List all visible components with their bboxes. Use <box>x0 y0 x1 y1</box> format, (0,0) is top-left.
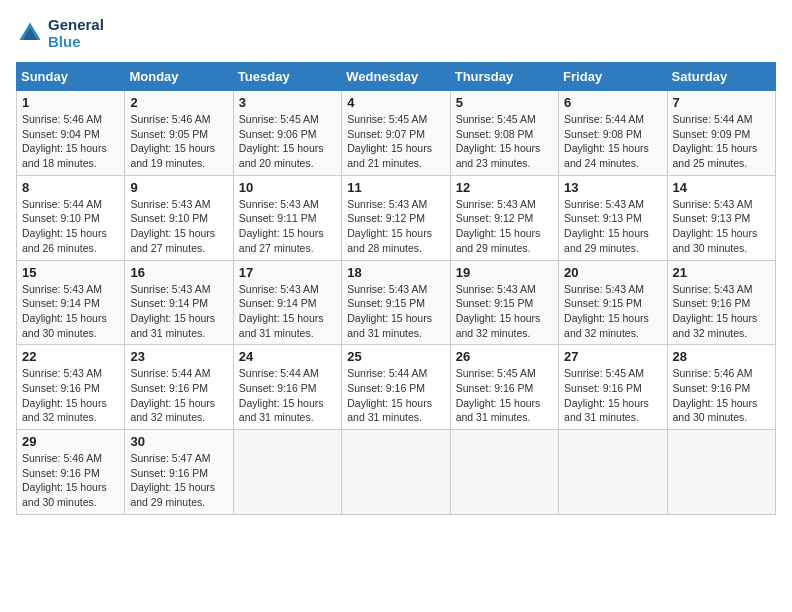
day-detail: Sunrise: 5:43 AMSunset: 9:11 PMDaylight:… <box>239 197 336 256</box>
calendar-cell: 26 Sunrise: 5:45 AMSunset: 9:16 PMDaylig… <box>450 345 558 430</box>
day-detail: Sunrise: 5:46 AMSunset: 9:16 PMDaylight:… <box>673 366 770 425</box>
day-number: 23 <box>130 349 227 364</box>
weekday-header-friday: Friday <box>559 63 667 91</box>
calendar-cell: 15 Sunrise: 5:43 AMSunset: 9:14 PMDaylig… <box>17 260 125 345</box>
calendar-cell <box>667 430 775 515</box>
day-detail: Sunrise: 5:44 AMSunset: 9:10 PMDaylight:… <box>22 197 119 256</box>
calendar-cell: 20 Sunrise: 5:43 AMSunset: 9:15 PMDaylig… <box>559 260 667 345</box>
calendar-cell: 2 Sunrise: 5:46 AMSunset: 9:05 PMDayligh… <box>125 91 233 176</box>
day-number: 22 <box>22 349 119 364</box>
calendar-cell: 29 Sunrise: 5:46 AMSunset: 9:16 PMDaylig… <box>17 430 125 515</box>
day-number: 14 <box>673 180 770 195</box>
calendar-cell: 24 Sunrise: 5:44 AMSunset: 9:16 PMDaylig… <box>233 345 341 430</box>
day-detail: Sunrise: 5:43 AMSunset: 9:16 PMDaylight:… <box>673 282 770 341</box>
calendar-cell: 18 Sunrise: 5:43 AMSunset: 9:15 PMDaylig… <box>342 260 450 345</box>
day-detail: Sunrise: 5:45 AMSunset: 9:07 PMDaylight:… <box>347 112 444 171</box>
calendar-cell: 21 Sunrise: 5:43 AMSunset: 9:16 PMDaylig… <box>667 260 775 345</box>
day-detail: Sunrise: 5:44 AMSunset: 9:16 PMDaylight:… <box>130 366 227 425</box>
calendar-table: SundayMondayTuesdayWednesdayThursdayFrid… <box>16 62 776 515</box>
day-number: 16 <box>130 265 227 280</box>
day-detail: Sunrise: 5:43 AMSunset: 9:10 PMDaylight:… <box>130 197 227 256</box>
weekday-header-sunday: Sunday <box>17 63 125 91</box>
day-number: 5 <box>456 95 553 110</box>
week-row-3: 15 Sunrise: 5:43 AMSunset: 9:14 PMDaylig… <box>17 260 776 345</box>
day-number: 4 <box>347 95 444 110</box>
calendar-cell: 6 Sunrise: 5:44 AMSunset: 9:08 PMDayligh… <box>559 91 667 176</box>
day-detail: Sunrise: 5:43 AMSunset: 9:13 PMDaylight:… <box>673 197 770 256</box>
calendar-cell: 12 Sunrise: 5:43 AMSunset: 9:12 PMDaylig… <box>450 175 558 260</box>
day-detail: Sunrise: 5:46 AMSunset: 9:04 PMDaylight:… <box>22 112 119 171</box>
weekday-header-row: SundayMondayTuesdayWednesdayThursdayFrid… <box>17 63 776 91</box>
day-number: 26 <box>456 349 553 364</box>
day-detail: Sunrise: 5:44 AMSunset: 9:08 PMDaylight:… <box>564 112 661 171</box>
day-detail: Sunrise: 5:43 AMSunset: 9:12 PMDaylight:… <box>456 197 553 256</box>
day-number: 7 <box>673 95 770 110</box>
day-number: 27 <box>564 349 661 364</box>
calendar-cell <box>342 430 450 515</box>
calendar-cell <box>233 430 341 515</box>
calendar-cell: 3 Sunrise: 5:45 AMSunset: 9:06 PMDayligh… <box>233 91 341 176</box>
day-number: 28 <box>673 349 770 364</box>
weekday-header-tuesday: Tuesday <box>233 63 341 91</box>
day-detail: Sunrise: 5:43 AMSunset: 9:15 PMDaylight:… <box>564 282 661 341</box>
calendar-cell: 27 Sunrise: 5:45 AMSunset: 9:16 PMDaylig… <box>559 345 667 430</box>
day-detail: Sunrise: 5:45 AMSunset: 9:08 PMDaylight:… <box>456 112 553 171</box>
day-number: 13 <box>564 180 661 195</box>
day-detail: Sunrise: 5:44 AMSunset: 9:16 PMDaylight:… <box>239 366 336 425</box>
day-detail: Sunrise: 5:44 AMSunset: 9:16 PMDaylight:… <box>347 366 444 425</box>
calendar-cell: 9 Sunrise: 5:43 AMSunset: 9:10 PMDayligh… <box>125 175 233 260</box>
calendar-cell: 25 Sunrise: 5:44 AMSunset: 9:16 PMDaylig… <box>342 345 450 430</box>
calendar-cell: 11 Sunrise: 5:43 AMSunset: 9:12 PMDaylig… <box>342 175 450 260</box>
calendar-cell: 4 Sunrise: 5:45 AMSunset: 9:07 PMDayligh… <box>342 91 450 176</box>
day-detail: Sunrise: 5:43 AMSunset: 9:14 PMDaylight:… <box>130 282 227 341</box>
calendar-cell: 28 Sunrise: 5:46 AMSunset: 9:16 PMDaylig… <box>667 345 775 430</box>
day-detail: Sunrise: 5:43 AMSunset: 9:16 PMDaylight:… <box>22 366 119 425</box>
calendar-cell: 5 Sunrise: 5:45 AMSunset: 9:08 PMDayligh… <box>450 91 558 176</box>
weekday-header-thursday: Thursday <box>450 63 558 91</box>
day-detail: Sunrise: 5:43 AMSunset: 9:15 PMDaylight:… <box>347 282 444 341</box>
weekday-header-wednesday: Wednesday <box>342 63 450 91</box>
week-row-5: 29 Sunrise: 5:46 AMSunset: 9:16 PMDaylig… <box>17 430 776 515</box>
calendar-cell: 7 Sunrise: 5:44 AMSunset: 9:09 PMDayligh… <box>667 91 775 176</box>
calendar-cell: 23 Sunrise: 5:44 AMSunset: 9:16 PMDaylig… <box>125 345 233 430</box>
day-detail: Sunrise: 5:43 AMSunset: 9:14 PMDaylight:… <box>239 282 336 341</box>
week-row-1: 1 Sunrise: 5:46 AMSunset: 9:04 PMDayligh… <box>17 91 776 176</box>
day-detail: Sunrise: 5:45 AMSunset: 9:06 PMDaylight:… <box>239 112 336 171</box>
day-number: 8 <box>22 180 119 195</box>
calendar-cell <box>559 430 667 515</box>
day-detail: Sunrise: 5:43 AMSunset: 9:13 PMDaylight:… <box>564 197 661 256</box>
day-number: 2 <box>130 95 227 110</box>
day-number: 10 <box>239 180 336 195</box>
day-number: 30 <box>130 434 227 449</box>
weekday-header-monday: Monday <box>125 63 233 91</box>
calendar-cell: 1 Sunrise: 5:46 AMSunset: 9:04 PMDayligh… <box>17 91 125 176</box>
logo-icon <box>16 19 44 47</box>
day-number: 15 <box>22 265 119 280</box>
calendar-cell: 10 Sunrise: 5:43 AMSunset: 9:11 PMDaylig… <box>233 175 341 260</box>
week-row-2: 8 Sunrise: 5:44 AMSunset: 9:10 PMDayligh… <box>17 175 776 260</box>
logo: General Blue <box>16 16 104 50</box>
day-number: 1 <box>22 95 119 110</box>
day-detail: Sunrise: 5:43 AMSunset: 9:12 PMDaylight:… <box>347 197 444 256</box>
day-detail: Sunrise: 5:45 AMSunset: 9:16 PMDaylight:… <box>564 366 661 425</box>
calendar-cell: 14 Sunrise: 5:43 AMSunset: 9:13 PMDaylig… <box>667 175 775 260</box>
day-detail: Sunrise: 5:47 AMSunset: 9:16 PMDaylight:… <box>130 451 227 510</box>
calendar-cell: 8 Sunrise: 5:44 AMSunset: 9:10 PMDayligh… <box>17 175 125 260</box>
day-number: 12 <box>456 180 553 195</box>
calendar-cell: 22 Sunrise: 5:43 AMSunset: 9:16 PMDaylig… <box>17 345 125 430</box>
day-detail: Sunrise: 5:46 AMSunset: 9:05 PMDaylight:… <box>130 112 227 171</box>
day-number: 29 <box>22 434 119 449</box>
calendar-cell: 17 Sunrise: 5:43 AMSunset: 9:14 PMDaylig… <box>233 260 341 345</box>
calendar-cell: 30 Sunrise: 5:47 AMSunset: 9:16 PMDaylig… <box>125 430 233 515</box>
day-number: 3 <box>239 95 336 110</box>
day-number: 24 <box>239 349 336 364</box>
day-number: 6 <box>564 95 661 110</box>
day-detail: Sunrise: 5:44 AMSunset: 9:09 PMDaylight:… <box>673 112 770 171</box>
week-row-4: 22 Sunrise: 5:43 AMSunset: 9:16 PMDaylig… <box>17 345 776 430</box>
day-number: 20 <box>564 265 661 280</box>
day-number: 25 <box>347 349 444 364</box>
day-detail: Sunrise: 5:45 AMSunset: 9:16 PMDaylight:… <box>456 366 553 425</box>
weekday-header-saturday: Saturday <box>667 63 775 91</box>
day-number: 19 <box>456 265 553 280</box>
day-number: 9 <box>130 180 227 195</box>
